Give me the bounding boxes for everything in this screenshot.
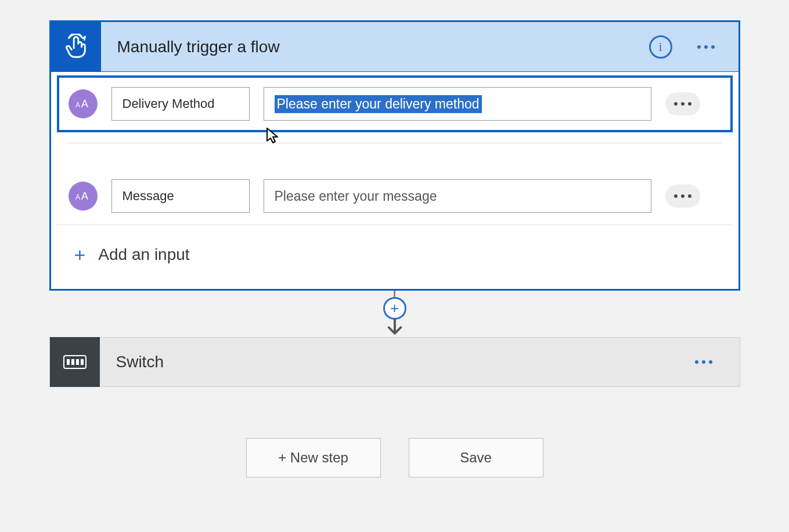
input-description-field[interactable]: Please enter your message — [264, 179, 651, 213]
bottom-action-bar: + New step Save — [246, 438, 543, 477]
svg-text:A: A — [81, 98, 88, 110]
arrow-down-icon — [385, 319, 405, 337]
switch-icon — [50, 337, 100, 387]
input-name-field[interactable]: Message — [111, 179, 250, 213]
input-description-field[interactable]: Please enter your delivery method — [264, 87, 651, 121]
svg-rect-9 — [81, 359, 84, 365]
new-step-button[interactable]: + New step — [246, 438, 381, 477]
insert-step-button[interactable]: + — [383, 297, 406, 319]
input-description-text: Please enter your message — [275, 189, 437, 204]
manual-trigger-icon — [51, 22, 101, 72]
svg-text:A: A — [75, 193, 80, 201]
save-label: Save — [460, 450, 492, 466]
svg-text:A: A — [81, 190, 88, 202]
switch-more-button[interactable] — [687, 346, 720, 378]
trigger-body: AA Delivery Method Please enter your del… — [51, 75, 738, 289]
input-name-field[interactable]: Delivery Method — [111, 87, 250, 121]
input-description-text: Please enter your delivery method — [275, 95, 482, 113]
save-button[interactable]: Save — [409, 438, 543, 477]
trigger-card: Manually trigger a flow i AA Delivery Me… — [49, 20, 740, 291]
svg-rect-7 — [71, 359, 74, 365]
text-type-icon: AA — [69, 89, 98, 118]
trigger-title: Manually trigger a flow — [101, 38, 649, 56]
svg-text:A: A — [75, 101, 80, 109]
input-name-text: Delivery Method — [123, 96, 215, 111]
divider — [67, 143, 722, 143]
info-icon[interactable]: i — [649, 35, 672, 59]
input-row-more-button[interactable] — [665, 92, 700, 115]
svg-rect-6 — [67, 359, 70, 365]
add-input-button[interactable]: + Add an input — [51, 225, 738, 289]
new-step-label: + New step — [278, 450, 348, 466]
add-input-label: Add an input — [98, 245, 189, 264]
svg-rect-8 — [76, 359, 79, 365]
input-name-text: Message — [123, 189, 174, 204]
text-type-icon: AA — [69, 182, 98, 211]
input-row-message[interactable]: AA Message Please enter your message — [57, 168, 733, 225]
plus-icon: + — [74, 245, 86, 265]
trigger-more-button[interactable] — [690, 31, 722, 63]
input-row-more-button[interactable] — [665, 184, 700, 208]
switch-card[interactable]: Switch — [49, 337, 740, 387]
flow-connector: + — [394, 291, 396, 337]
trigger-header[interactable]: Manually trigger a flow i — [51, 22, 738, 72]
input-row-delivery-method[interactable]: AA Delivery Method Please enter your del… — [57, 75, 733, 132]
switch-title: Switch — [100, 353, 687, 371]
